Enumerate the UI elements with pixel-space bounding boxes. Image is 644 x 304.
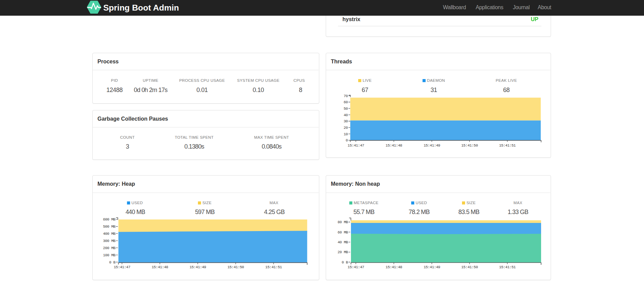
svg-text:30: 30 bbox=[343, 119, 348, 123]
svg-text:15:41:50: 15:41:50 bbox=[227, 265, 244, 269]
svg-text:500 MB: 500 MB bbox=[103, 225, 116, 229]
svg-text:15:41:47: 15:41:47 bbox=[348, 265, 364, 269]
svg-text:0: 0 bbox=[346, 138, 348, 142]
svg-text:15:41:51: 15:41:51 bbox=[499, 143, 516, 148]
svg-text:10: 10 bbox=[343, 132, 348, 136]
svg-text:60: 60 bbox=[343, 100, 348, 104]
svg-text:15:41:50: 15:41:50 bbox=[461, 143, 478, 148]
svg-text:15:41:47: 15:41:47 bbox=[348, 143, 364, 148]
svg-text:80 MB: 80 MB bbox=[338, 220, 348, 224]
svg-text:15:41:50: 15:41:50 bbox=[461, 265, 478, 269]
svg-text:40: 40 bbox=[343, 113, 348, 117]
svg-text:15:41:48: 15:41:48 bbox=[386, 143, 402, 148]
svg-text:15:41:51: 15:41:51 bbox=[265, 265, 282, 269]
svg-text:100 MB: 100 MB bbox=[103, 253, 116, 257]
svg-text:0 B: 0 B bbox=[342, 260, 348, 264]
svg-text:20: 20 bbox=[343, 126, 348, 130]
svg-text:15:41:47: 15:41:47 bbox=[114, 265, 130, 269]
svg-text:15:41:48: 15:41:48 bbox=[152, 265, 168, 269]
svg-text:15:41:49: 15:41:49 bbox=[424, 143, 440, 148]
svg-text:20 MB: 20 MB bbox=[338, 250, 348, 254]
svg-text:50: 50 bbox=[343, 107, 348, 111]
svg-text:300 MB: 300 MB bbox=[103, 239, 116, 243]
svg-text:15:41:49: 15:41:49 bbox=[424, 265, 440, 269]
svg-text:15:41:48: 15:41:48 bbox=[386, 265, 402, 269]
svg-text:15:41:51: 15:41:51 bbox=[499, 265, 516, 269]
svg-text:400 MB: 400 MB bbox=[103, 232, 116, 236]
svg-text:60 MB: 60 MB bbox=[338, 230, 348, 234]
svg-text:40 MB: 40 MB bbox=[338, 240, 348, 244]
svg-text:70: 70 bbox=[343, 94, 348, 98]
svg-text:600 MB: 600 MB bbox=[103, 217, 116, 222]
svg-text:0 B: 0 B bbox=[109, 260, 116, 264]
svg-text:15:41:49: 15:41:49 bbox=[189, 265, 206, 269]
svg-text:200 MB: 200 MB bbox=[103, 246, 116, 250]
